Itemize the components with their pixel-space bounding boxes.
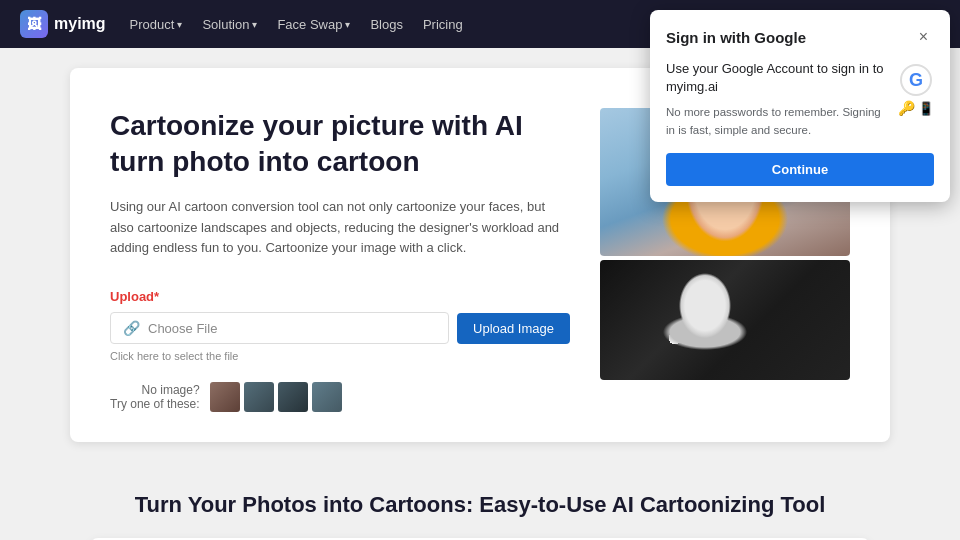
nav-faceswap[interactable]: Face Swap ▾ (277, 17, 350, 32)
sample-thumb-4[interactable] (312, 382, 342, 412)
link-icon: 🔗 (123, 320, 140, 336)
bottom-section: Turn Your Photos into Cartoons: Easy-to-… (70, 462, 890, 540)
logo-icon: 🖼 (20, 10, 48, 38)
sample-thumb-2[interactable] (244, 382, 274, 412)
no-image-text: No image? Try one of these: (110, 383, 200, 411)
nav-links: Product ▾ Solution ▾ Face Swap ▾ Blogs P… (130, 17, 680, 32)
bottom-title: Turn Your Photos into Cartoons: Easy-to-… (90, 492, 870, 518)
nav-product[interactable]: Product ▾ (130, 17, 183, 32)
no-image-row: No image? Try one of these: (110, 382, 570, 412)
upload-row: 🔗 Choose File Upload Image (110, 312, 570, 344)
upload-label: Upload* (110, 289, 570, 304)
hero-cartoon-bottom (600, 260, 850, 380)
popup-header: Sign in with Google × (666, 26, 934, 48)
hero-title: Cartoonize your picture with AI turn pho… (110, 108, 570, 181)
key-icon: 🔑 (898, 100, 915, 116)
popup-body: Use your Google Account to sign in to my… (666, 60, 934, 139)
sample-thumbnails (210, 382, 342, 412)
key-icons: 🔑 📱 (898, 100, 934, 116)
phone-icon: 📱 (918, 101, 934, 116)
popup-subtitle: Use your Google Account to sign in to my… (666, 60, 886, 96)
nav-pricing[interactable]: Pricing (423, 17, 463, 32)
nav-solution[interactable]: Solution ▾ (202, 17, 257, 32)
sample-thumb-1[interactable] (210, 382, 240, 412)
upload-button[interactable]: Upload Image (457, 313, 570, 344)
chevron-down-icon: ▾ (252, 19, 257, 30)
google-signin-popup: Sign in with Google × Use your Google Ac… (650, 10, 950, 202)
sample-thumb-3[interactable] (278, 382, 308, 412)
google-g-logo: G (900, 64, 932, 96)
required-mark: * (154, 289, 159, 304)
popup-close-button[interactable]: × (913, 26, 934, 48)
nav-blogs[interactable]: Blogs (370, 17, 403, 32)
continue-button[interactable]: Continue (666, 153, 934, 186)
popup-icons: G 🔑 📱 (898, 60, 934, 116)
choose-file-text: Choose File (148, 321, 217, 336)
file-input-area[interactable]: 🔗 Choose File (110, 312, 449, 344)
popup-description: No more passwords to remember. Signing i… (666, 104, 886, 139)
chevron-down-icon: ▾ (345, 19, 350, 30)
popup-text: Use your Google Account to sign in to my… (666, 60, 886, 139)
click-hint: Click here to select the file (110, 350, 570, 362)
popup-title: Sign in with Google (666, 29, 806, 46)
hero-left: Cartoonize your picture with AI turn pho… (110, 108, 570, 412)
logo-text: myimg (54, 15, 106, 33)
logo[interactable]: 🖼 myimg (20, 10, 106, 38)
hero-description: Using our AI cartoon conversion tool can… (110, 197, 570, 259)
chevron-down-icon: ▾ (177, 19, 182, 30)
